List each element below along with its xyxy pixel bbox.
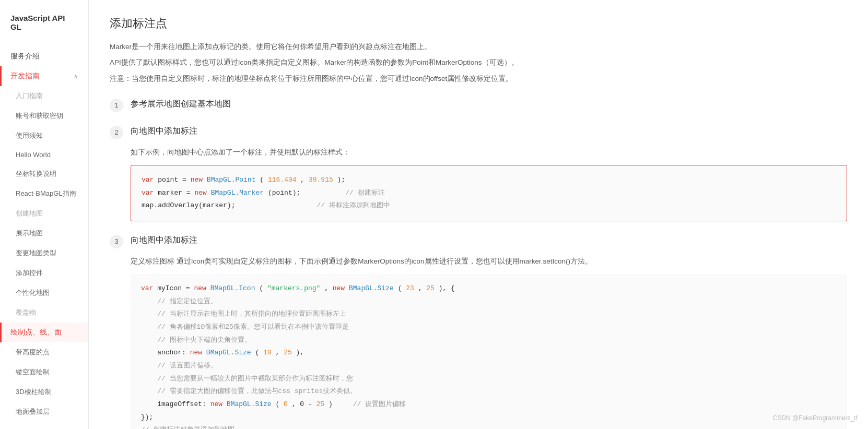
code-line-1: var point = new BMapGL.Point ( 116.404 ,… [142,174,836,187]
sidebar-item-add-control[interactable]: 添加控件 [0,263,88,283]
sidebar-item-label: 3D棱柱绘制 [16,387,52,397]
sidebar-item-label: Hello World [16,151,51,159]
sidebar-item-height-points[interactable]: 带高度的点 [0,342,88,362]
step-2-number: 2 [110,126,123,139]
sidebar: JavaScript API GL 服务介绍 开发指南 ∧ 入门指南 账号和获取… [0,0,89,429]
page-title: 添加标注点 [110,16,847,31]
sidebar-item-label: 变更地图类型 [16,248,56,258]
sidebar-item-create-map: 创建地图 [0,204,88,223]
step-2-desc: 如下示例，向地图中心点添加了一个标注，并使用默认的标注样式： [131,147,847,159]
sidebar-item-label: 使用须知 [16,131,43,140]
sidebar-item-getting-started: 入门指南 [0,86,88,106]
intro-line-2: API提供了默认图标样式，您也可以通过Icon类来指定自定义图标。Marker的… [110,56,847,69]
sidebar-item-label: React-BMapGL指南 [16,189,76,198]
step-2-title: 向地图中添加标注 [131,125,197,137]
sidebar-item-label: 添加控件 [16,268,43,278]
sidebar-item-label: 带高度的点 [16,348,50,357]
sidebar-item-label: 绘制点、线、面 [10,328,62,337]
step-1-number: 1 [110,99,123,112]
sidebar-item-label: 创建地图 [16,209,43,218]
intro-line-3: 注意：当您使用自定义图标时，标注的地理坐标点将位于标注所用图标的中心位置，您可通… [110,73,847,85]
code-line-s3-4: // 角各偏移10像素和25像素。您可以看到在本例中该位置即是 [141,321,837,334]
sidebar-item-coord-convert[interactable]: 坐标转换说明 [0,164,88,184]
code-line-s3-10: imageOffset: new BMapGL.Size ( 0 , 0 - 2… [141,398,837,411]
sidebar-item-change-type[interactable]: 变更地图类型 [0,243,88,263]
step-3-number: 3 [110,235,123,248]
sidebar-item-hello-world[interactable]: Hello World [0,146,88,164]
code-line-s3-11: }); [141,411,837,424]
code-line-s3-1: var myIcon = new BMapGL.Icon ( "markers.… [141,282,837,295]
sidebar-item-3d-column[interactable]: 3D棱柱绘制 [0,382,88,402]
sidebar-item-account-key[interactable]: 账号和获取密钥 [0,106,88,126]
sidebar-item-ground-layer[interactable]: 地面叠加层 [0,402,88,422]
sidebar-item-label: 地面叠加层 [16,407,50,416]
sidebar-item-react-bmap[interactable]: React-BMapGL指南 [0,184,88,204]
code-line-s3-2: // 指定定位位置。 [141,295,837,308]
sidebar-item-label: 入门指南 [16,91,43,101]
code-line-s3-12: // 创建标注对象并添加到地图 [141,424,837,429]
sidebar-item-draw-points[interactable]: 绘制点、线、面 [0,323,88,342]
step-3-row: 3 向地图中添加标注 [110,234,847,248]
sidebar-logo: JavaScript API GL [0,5,88,42]
sidebar-item-overlay: 覆盖物 [0,303,88,323]
step-1-title: 参考展示地图创建基本地图 [131,98,231,110]
sidebar-item-label: 开发指南 [10,72,40,81]
code-line-2: var marker = new BMapGL.Marker (point); … [142,187,836,200]
sidebar-item-terms[interactable]: 使用须知 [0,126,88,146]
sidebar-item-label: 展示地图 [16,229,43,238]
sidebar-item-dev-guide[interactable]: 开发指南 ∧ [0,66,88,86]
code-block-step2: var point = new BMapGL.Point ( 116.404 ,… [131,165,847,221]
footer-watermark: CSDN @FakeProgrammers_tf [773,414,858,422]
sidebar-item-show-map[interactable]: 展示地图 [0,223,88,243]
step-3-title: 向地图中添加标注 [131,234,197,246]
sidebar-item-label: 覆盖物 [16,308,36,317]
code-block-step3: var myIcon = new BMapGL.Icon ( "markers.… [131,274,847,429]
sidebar-item-label: 坐标转换说明 [16,169,56,178]
code-line-s3-9: // 需要指定大图的偏移位置，此做法与css sprites技术类似。 [141,385,837,398]
step-3-desc: 定义标注图标 通过Icon类可实现自定义标注的图标，下面示例通过参数Marker… [131,256,847,268]
sidebar-item-label: 镂空面绘制 [16,367,50,377]
chevron-up-icon: ∧ [74,73,78,80]
sidebar-item-label: 服务介绍 [10,52,40,61]
sidebar-item-service-intro[interactable]: 服务介绍 [0,46,88,66]
sidebar-item-label: 个性化地图 [16,288,50,297]
main-content: 添加标注点 Marker是一个用来往地图上添加点标记的类。使用它将任何你希望用户… [89,0,868,429]
intro-line-1: Marker是一个用来往地图上添加点标记的类。使用它将任何你希望用户看到的兴趣点… [110,41,847,53]
sidebar-item-label: 账号和获取密钥 [16,111,63,121]
step-2-row: 2 向地图中添加标注 [110,125,847,139]
code-line-s3-8: // 当您需要从一幅较大的图片中截取某部分作为标注图标时，您 [141,373,837,386]
code-line-s3-3: // 当标注显示在地图上时，其所指向的地理位置距离图标左上 [141,308,837,321]
sidebar-item-personalize[interactable]: 个性化地图 [0,283,88,303]
code-line-s3-7: // 设置图片偏移。 [141,360,837,373]
code-line-3: map.addOverlay(marker); // 将标注添加到地图中 [142,199,836,212]
step-1-row: 1 参考展示地图创建基本地图 [110,98,847,112]
sidebar-item-hollow-draw[interactable]: 镂空面绘制 [0,362,88,382]
code-line-s3-6: anchor: new BMapGL.Size ( 10 , 25 ), [141,347,837,360]
code-line-s3-5: // 图标中央下端的尖角位置。 [141,334,837,347]
